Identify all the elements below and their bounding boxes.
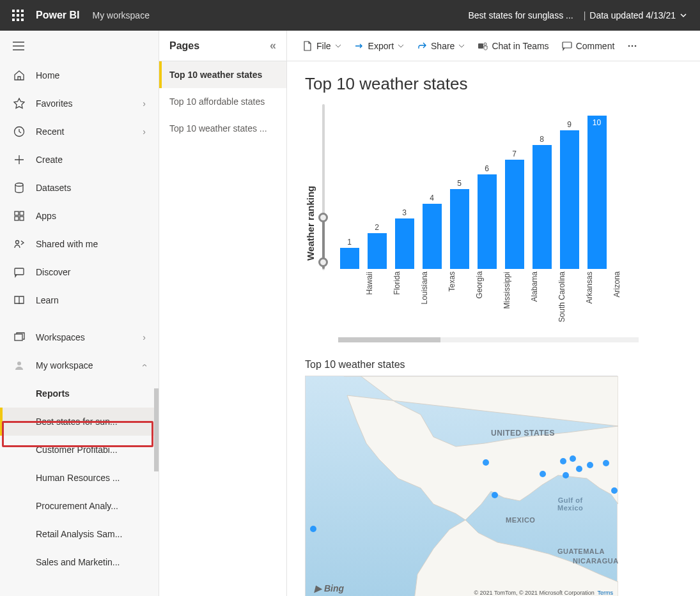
person-share-icon [13,238,26,250]
nav-item-workspaces[interactable]: Workspaces› [0,323,159,351]
bar-arizona[interactable]: 10 [586,118,608,269]
app-name: Power BI [36,10,79,21]
bar-rect [395,218,414,269]
map-attribution: © 2021 TomTom, © 2021 Microsoft Corporat… [474,590,613,596]
bar-texas[interactable]: 4 [421,194,443,269]
report-item-best-states[interactable]: Best states for sun... [0,408,159,436]
bar-rect [340,248,359,269]
workspace-name[interactable]: My workspace [92,10,149,20]
file-label: File [316,41,331,51]
svg-rect-16 [15,268,24,275]
separator: | [584,10,586,20]
map-visual[interactable]: UNITED STATES MEXICO Gulf of Mexico GUAT… [305,376,618,596]
nav-item-home[interactable]: Home [0,61,159,89]
comment-button[interactable]: Comment [557,37,620,55]
svg-rect-12 [20,211,24,215]
bar-louisiana[interactable]: 3 [393,208,416,269]
bar-georgia[interactable]: 5 [448,179,471,269]
data-updated-label: Data updated 4/13/21 [589,10,676,20]
page-item-affordable[interactable]: Top 10 affordable states [159,88,286,115]
data-updated-button[interactable]: Data updated 4/13/21 [589,10,687,20]
book-icon [13,294,26,307]
nav-item-apps[interactable]: Apps [0,202,159,230]
bar-rect [560,130,579,269]
x-label: Georgia [475,271,497,323]
share-button[interactable]: Share [412,37,470,55]
svg-rect-6 [12,19,15,21]
x-label: Arizona [612,271,635,323]
chevron-down-icon [680,11,687,19]
nav-label: My workspace [36,360,93,371]
chevron-right-icon: › [143,98,146,109]
bar-south-carolina[interactable]: 8 [531,135,553,269]
svg-rect-14 [20,217,24,220]
slider-handle-top[interactable] [318,213,328,222]
bar-florida[interactable]: 2 [366,223,388,269]
hamburger-icon [13,42,24,50]
bar-chart[interactable]: Weather ranking 12345678910 HawaiiFlorid… [305,103,687,342]
bar-rect [587,116,607,269]
nav-label: Datasets [36,183,71,193]
nav-label: Create [36,155,63,165]
nav-collapse-button[interactable] [0,31,159,61]
chevron-down-icon [335,43,341,49]
y-axis-label: Weather ranking [305,153,316,293]
file-icon [302,41,313,51]
slider-handle-bottom[interactable] [318,257,328,267]
nav-label: Learn [36,295,59,305]
file-button[interactable]: File [297,37,346,55]
svg-rect-3 [12,14,15,17]
nav-item-favorites[interactable]: Favorites› [0,89,159,118]
bar-value-label: 5 [457,179,462,188]
nav-item-my-workspace[interactable]: My workspace› [0,351,159,379]
breadcrumb[interactable]: Best states for sunglass ... [469,10,573,20]
chevron-right-icon: › [143,126,146,137]
nav-item-shared[interactable]: Shared with me [0,230,159,258]
nav-item-recent[interactable]: Recent› [0,118,159,146]
plus-icon [13,153,26,166]
svg-rect-2 [21,10,24,12]
terms-link[interactable]: Terms [598,590,614,596]
nav-item-discover[interactable]: Discover [0,258,159,286]
report-item-hr[interactable]: Human Resources ... [0,464,159,492]
report-label: Customer Profitabi... [36,445,118,455]
bar-arkansas[interactable]: 9 [558,120,580,269]
horizontal-scrollbar[interactable] [338,337,639,342]
chat-teams-button[interactable]: Chat in Teams [472,37,554,55]
nav-label: Favorites [36,98,73,109]
export-button[interactable]: Export [349,37,409,55]
nav-item-datasets[interactable]: Datasets [0,174,159,202]
report-item-procurement[interactable]: Procurement Analy... [0,492,159,520]
bar-rect [368,233,387,269]
bar-value-label: 4 [430,194,434,202]
pages-header: Pages « [159,31,286,61]
svg-point-10 [15,183,23,187]
page-item-weather[interactable]: Top 10 weather states [159,61,286,88]
bar-rect [533,145,552,269]
svg-rect-0 [12,10,15,12]
chevron-up-icon: › [139,364,150,367]
report-item-customer[interactable]: Customer Profitabi... [0,436,159,464]
bar-mississippi[interactable]: 6 [476,164,498,269]
nav-item-create[interactable]: Create [0,146,159,174]
nav-item-learn[interactable]: Learn [0,286,159,314]
bar-alabama[interactable]: 7 [503,149,525,269]
app-launcher-icon[interactable] [5,0,31,31]
report-item-retail[interactable]: Retail Analysis Sam... [0,520,159,548]
svg-point-22 [628,45,630,47]
more-button[interactable] [622,37,642,55]
top-bar: Power BI My workspace Best states for su… [0,0,700,31]
map-label-us: UNITED STATES [491,429,555,438]
scrollbar[interactable] [154,388,159,471]
map-label-mexico: MEXICO [506,516,535,524]
report-label: Retail Analysis Sam... [36,529,122,539]
collapse-pages-icon[interactable]: « [270,39,276,52]
bar-value-label: 7 [512,149,517,158]
report-item-sales[interactable]: Sales and Marketin... [0,548,159,576]
share-label: Share [431,41,455,51]
bar-hawaii[interactable]: 1 [338,238,361,269]
comment-label: Comment [576,41,615,51]
page-item-weather2[interactable]: Top 10 weather states ... [159,115,286,142]
range-slider[interactable] [317,104,329,270]
clock-icon [13,125,26,138]
